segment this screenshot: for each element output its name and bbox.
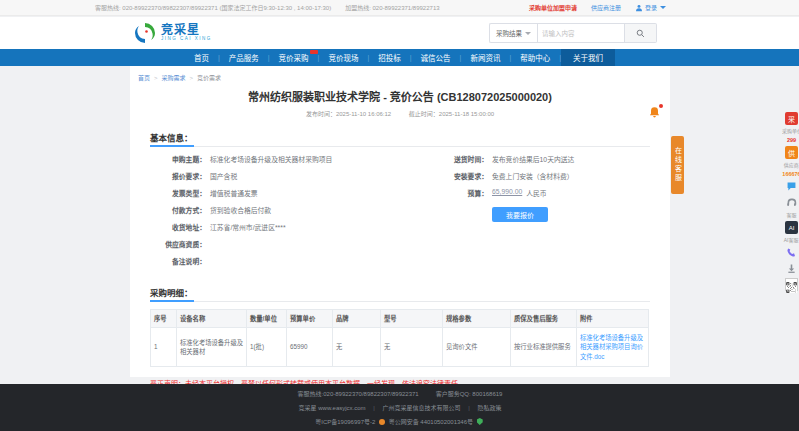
content-card: 首页 > 采购需求 > 竞价需求 常州纺织服装职业技术学院 - 竞价公告 (CB… — [130, 66, 670, 377]
nav-item-home[interactable]: 首页 — [185, 49, 218, 66]
online-service-tab[interactable]: 在线客服 — [671, 136, 684, 194]
footer-company-line: 竞采星 www.easyjcx.com | 广州竞采星信息技术有限公司 | 隐私… — [130, 403, 670, 412]
footer-brand-link[interactable]: 竞采星 www.easyjcx.com — [299, 405, 366, 411]
field-remarks: 备注说明： — [150, 256, 432, 273]
notice-times: 发布时间：2025-11-10 16:06:12 截止时间：2025-11-18… — [136, 109, 664, 118]
detail-section: 采购明细： — [150, 282, 650, 302]
field-delivery-time: 送货时间：发布竞价结果后10天内送达 — [432, 154, 650, 171]
customer-service-button[interactable] — [785, 196, 798, 209]
nav-item-integrity-notice[interactable]: 诚信公告 — [412, 49, 460, 66]
deadline-time: 截止时间：2025-11-18 15:00:00 — [409, 111, 494, 117]
nav-item-bidding-live[interactable]: 竞价现场 — [319, 49, 367, 66]
search-bar: 采购结果 — [489, 23, 657, 43]
footer-company: 广州竞采星信息技术有限公司 — [382, 405, 460, 411]
field-invoice-type: 发票类型：增值税普通发票 — [150, 188, 432, 205]
download-button[interactable] — [785, 262, 798, 275]
attachment-link[interactable]: 标准化考场设备升级及相关器材采购项目询价文件.doc — [580, 334, 643, 360]
field-subject: 申购主题：标准化考场设备升级及相关器材采购项目 — [150, 154, 432, 171]
search-category-select[interactable]: 采购结果 — [489, 23, 537, 43]
breadcrumb-current: 竞价需求 — [197, 73, 221, 82]
police-number: 粤公网安备 44010502001346号 — [389, 419, 473, 425]
nav-item-news[interactable]: 新闻资讯 — [461, 49, 509, 66]
login-label: 登录 — [645, 3, 657, 12]
nav-item-tenders[interactable]: 招投标 — [369, 49, 410, 66]
breadcrumb-home[interactable]: 首页 — [138, 73, 150, 82]
search-input[interactable] — [537, 23, 625, 43]
col-spec: 规格参数 — [443, 310, 511, 328]
field-install-requirement: 安装要求：免费上门安装（含材料费） — [432, 171, 650, 188]
supplier-tile-label: 供应商 — [784, 162, 799, 167]
footer-hotline: 客服热线:020-89922370/89822307/89922371 — [298, 391, 419, 397]
field-budget: 预算：65,990.00人民币 — [432, 188, 650, 205]
table-row: 1 标准化考场设备升级及相关器材 1(批) 65990 无 无 见询价文件 按行… — [151, 328, 649, 367]
hot-badge — [310, 50, 318, 54]
police-shield-icon — [477, 418, 483, 425]
phone-contact-button[interactable] — [785, 246, 798, 259]
ai-service-button[interactable]: AI — [785, 221, 798, 234]
site-logo[interactable]: 竞采星 JING CAI XING — [133, 21, 212, 45]
nav-item-products[interactable]: 产品服务 — [220, 49, 268, 66]
purchaser-tile-label: 采购单位 — [782, 128, 799, 133]
nav-item-about-us[interactable]: 关于我们 — [561, 49, 615, 66]
icp-number: 粤ICP备19096997号-2 — [315, 419, 375, 425]
search-category-value: 采购结果 — [496, 28, 522, 38]
site-header: 竞采星 JING CAI XING 采购结果 — [0, 17, 799, 49]
icp-badge-icon — [379, 419, 385, 425]
col-quantity: 数量/单位 — [247, 310, 287, 328]
bid-button[interactable]: 我要报价 — [492, 207, 548, 222]
cell-quantity: 1(批) — [247, 328, 287, 367]
basic-info-title: 基本信息： — [150, 131, 193, 146]
page-title: 常州纺织服装职业技术学院 - 竞价公告 (CB128072025000020) — [136, 88, 664, 104]
nav-item-help-center[interactable]: 帮助中心 — [511, 49, 559, 66]
supplier-register-link[interactable]: 供应商注册 — [591, 3, 621, 12]
footer-icp-line: 粤ICP备19096997号-2 粤公网安备 44010502001346号 — [130, 417, 670, 426]
supplier-tile[interactable]: 供 — [785, 146, 798, 159]
publish-time: 发布时间：2025-11-10 16:06:12 — [306, 111, 391, 117]
cell-index: 1 — [151, 328, 177, 367]
chevron-down-icon — [525, 32, 531, 35]
login-link[interactable]: 登录 — [635, 3, 666, 12]
floating-sidebar: 采 采购单位 299 供 供应商 166676 客服 AI AI客服 — [784, 112, 799, 291]
site-footer: 客服热线:020-89922370/89822307/89922371 客户服务… — [0, 384, 799, 431]
purchaser-tile[interactable]: 采 — [785, 112, 798, 125]
search-button[interactable] — [625, 23, 657, 43]
detail-title: 采购明细： — [150, 286, 193, 301]
basic-info-fields: 申购主题：标准化考场设备升级及相关器材采购项目 报价要求：国产含税 发票类型：增… — [150, 154, 650, 273]
notification-bell[interactable] — [648, 105, 662, 119]
user-icon — [635, 4, 643, 12]
privacy-policy-link[interactable]: 隐私政策 — [477, 405, 501, 411]
cell-model: 无 — [381, 328, 443, 367]
chat-bubble-icon — [786, 181, 797, 192]
field-delivery-address: 收货地址：江苏省/常州市/武进区**** — [150, 222, 432, 239]
cell-unit-price: 65990 — [287, 328, 333, 367]
search-icon — [636, 29, 645, 38]
main-nav: 首页| 产品服务| 竞价采购| 竞价现场| 招投标| 诚信公告| 新闻资讯| 帮… — [0, 49, 799, 66]
purchaser-count: 299 — [787, 137, 796, 143]
customer-service-label: 客服 — [787, 212, 797, 217]
purchaser-apply-link[interactable]: 采购单位加盟申请 — [529, 3, 577, 12]
col-brand: 品牌 — [333, 310, 381, 328]
breadcrumb: 首页 > 采购需求 > 竞价需求 — [138, 73, 664, 82]
col-attachment: 附件 — [577, 310, 649, 328]
service-hotline: 客服热线: 020-89922370/89822307/89922371 (国家… — [95, 3, 331, 12]
chevron-down-icon — [660, 6, 666, 9]
headset-icon — [786, 197, 797, 208]
join-hotline: 加盟热线: 020-89922371/89922713 — [345, 3, 439, 12]
breadcrumb-purchase-demand[interactable]: 采购需求 — [162, 73, 186, 82]
notification-dot — [659, 104, 663, 108]
cell-spec: 见询价文件 — [443, 328, 511, 367]
footer-hotline-line: 客服热线:020-89922370/89822307/89922371 客户服务… — [130, 389, 670, 398]
download-icon — [786, 263, 797, 274]
qr-pattern-icon — [786, 282, 797, 293]
footer-qq: 客户服务QQ: 800168619 — [436, 391, 503, 397]
ai-service-label: AI客服 — [784, 237, 799, 242]
nav-item-bidding-purchase[interactable]: 竞价采购 — [270, 49, 318, 66]
col-model: 型号 — [381, 310, 443, 328]
table-header-row: 序号 设备名称 数量/单位 预算单价 品牌 型号 规格参数 质保及售后服务 附件 — [151, 310, 649, 328]
col-device-name: 设备名称 — [177, 310, 247, 328]
chat-consult-button[interactable] — [785, 180, 798, 193]
cell-brand: 无 — [333, 328, 381, 367]
qr-code-mini[interactable] — [785, 278, 798, 291]
col-index: 序号 — [151, 310, 177, 328]
phone-icon — [786, 247, 797, 258]
